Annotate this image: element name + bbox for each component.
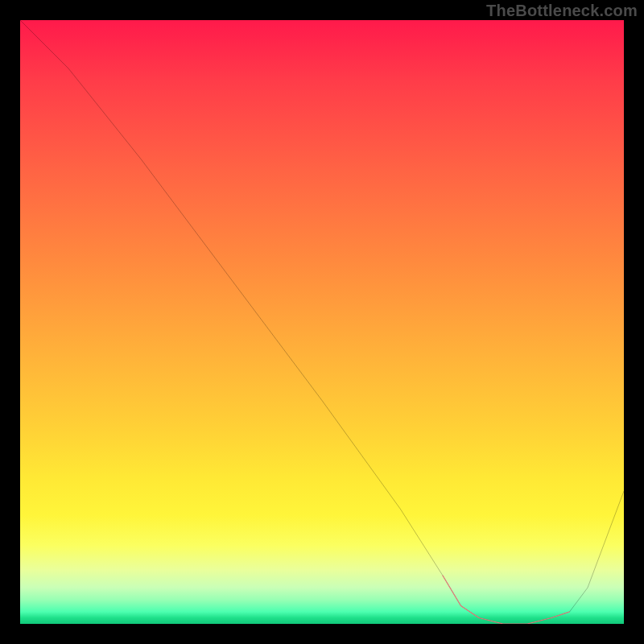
curve-layer	[20, 20, 624, 624]
bottleneck-curve	[20, 20, 624, 624]
chart-frame: TheBottleneck.com	[0, 0, 644, 644]
watermark-text: TheBottleneck.com	[486, 2, 638, 20]
optimal-range-highlight	[443, 576, 570, 624]
plot-area	[20, 20, 624, 624]
